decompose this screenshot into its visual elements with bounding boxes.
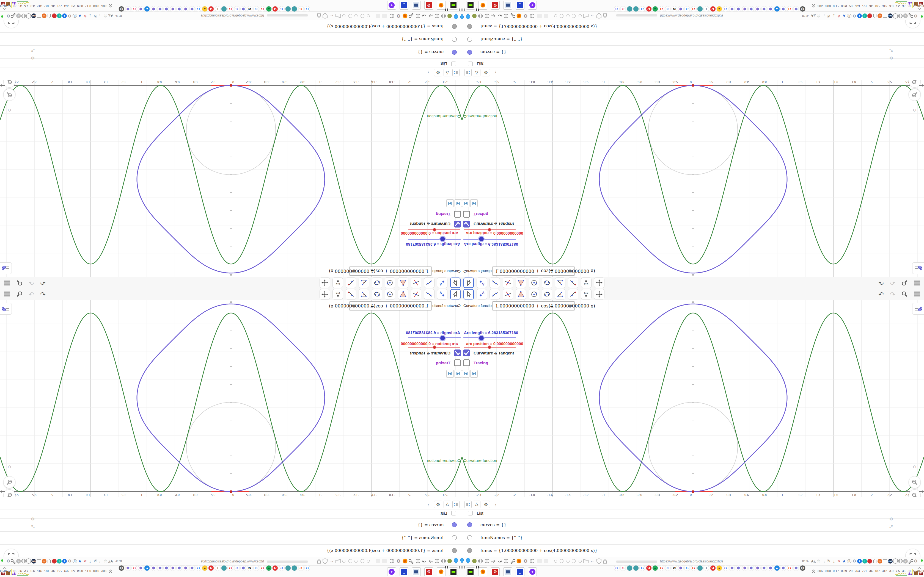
visibility-marble[interactable] xyxy=(467,50,472,55)
compass-icon[interactable]: ○ xyxy=(41,13,47,19)
window-favicon-g2[interactable]: G xyxy=(298,6,304,12)
fx-button[interactable]: fx xyxy=(444,501,451,508)
firefox-icon[interactable] xyxy=(402,558,408,564)
window-favicon-snow[interactable]: ✱ xyxy=(163,565,169,571)
window-favicon-dev[interactable]: ● xyxy=(266,6,272,12)
tool-perpendicular-line-button[interactable] xyxy=(568,277,578,288)
undo-icon[interactable]: ↶ xyxy=(878,291,884,298)
tool-angle-button[interactable]: α xyxy=(359,277,369,288)
curvature-tangent-checkbox[interactable] xyxy=(454,221,461,227)
uo-extension-icon[interactable]: uo xyxy=(31,558,37,564)
menu-icon[interactable] xyxy=(4,291,10,298)
arc-position-slider-handle[interactable] xyxy=(488,228,491,232)
shield-icon[interactable] xyxy=(893,13,898,19)
window-favicon-dev[interactable]: ● xyxy=(652,565,658,571)
window-favicon-g[interactable]: G xyxy=(304,6,310,12)
window-favicon-w[interactable]: W xyxy=(247,6,252,12)
olive-app-icon[interactable] xyxy=(447,13,452,19)
trash-icon[interactable] xyxy=(872,13,877,19)
translate-blue-icon[interactable]: A xyxy=(77,13,82,19)
algebra-row[interactable]: curves = {} xyxy=(0,45,462,58)
redo-icon[interactable]: ↷ xyxy=(890,291,895,298)
window-favicon-teal[interactable] xyxy=(697,6,703,12)
tracing-checkbox-label[interactable]: Tracing xyxy=(473,361,488,365)
uo-extension-icon[interactable]: uo xyxy=(31,13,37,19)
window-favicon-snow[interactable]: ✱ xyxy=(780,565,786,571)
highlighter-icon[interactable]: ✎ xyxy=(82,558,88,564)
window-favicon-g[interactable]: G xyxy=(279,6,284,12)
algebra-row[interactable]: curves = {} xyxy=(462,45,924,58)
window-favicon-snow[interactable]: ✱ xyxy=(748,565,754,571)
window-favicon-snow[interactable]: ✱ xyxy=(151,6,157,12)
function-dropdown[interactable]: 1.000000000000 + cos(4.000000000000 x) xyxy=(492,301,575,311)
tool-circle-with-center-button[interactable] xyxy=(385,289,396,300)
window-favicon-ya[interactable]: Я xyxy=(273,565,278,571)
radio-icon[interactable] xyxy=(366,13,371,19)
window-favicon-snow[interactable]: ✱ xyxy=(678,565,684,571)
window-favicon-snow[interactable]: ✱ xyxy=(736,6,741,12)
tool-conic-button[interactable] xyxy=(542,277,552,288)
window-favicon-snow[interactable]: ✱ xyxy=(176,6,182,12)
window-icon[interactable] xyxy=(882,13,888,19)
window-favicon-chat[interactable]: ● xyxy=(774,565,780,571)
panel-settings-icon[interactable]: ⚙ xyxy=(889,55,893,60)
search-icon[interactable] xyxy=(16,291,23,298)
tracing-checkbox-label[interactable]: Tracing xyxy=(436,212,451,216)
zoom-badge[interactable]: 81% xyxy=(115,14,122,18)
window-favicon-dev[interactable]: ● xyxy=(652,6,658,12)
gear-icon[interactable]: ⚙ xyxy=(67,13,72,19)
window-favicon-snow[interactable]: ✱ xyxy=(183,6,188,12)
tool-conic-button[interactable] xyxy=(542,289,552,300)
compass-icon[interactable]: ○ xyxy=(877,13,883,19)
radio-icon[interactable] xyxy=(354,13,359,19)
trash-icon[interactable] xyxy=(47,13,52,19)
window-favicon-snow[interactable]: ✱ xyxy=(189,6,195,12)
tool-circle-with-center-button[interactable] xyxy=(529,277,539,288)
thumb-icon[interactable]: ✓ xyxy=(903,13,908,19)
window-favicon-snow[interactable]: ✱ xyxy=(793,6,799,12)
window-favicon-snow[interactable]: ✱ xyxy=(755,565,761,571)
window-favicon-img[interactable]: ▲ xyxy=(716,565,722,571)
tool-point-button[interactable]: A xyxy=(437,289,448,300)
window-icon[interactable] xyxy=(36,558,42,564)
red-gear-launcher[interactable]: ⚙ xyxy=(424,567,433,576)
gauge-icon[interactable] xyxy=(428,558,433,564)
firefox-launcher[interactable] xyxy=(437,567,446,576)
collapse-button[interactable]: − xyxy=(468,511,473,516)
olive-app-icon[interactable] xyxy=(472,13,477,19)
globe-icon[interactable] xyxy=(529,13,535,19)
tool-slider-button[interactable]: a=2 xyxy=(333,277,343,288)
window-favicon-w[interactable]: W xyxy=(672,6,677,12)
window-favicon-g[interactable]: G xyxy=(614,565,620,571)
monitor-launcher[interactable] xyxy=(503,1,512,10)
gear-icon[interactable]: ⚙ xyxy=(913,13,919,19)
window-favicon-g[interactable]: G xyxy=(234,565,240,571)
settings-gear-button[interactable]: ⚙ xyxy=(434,69,442,76)
skip-to-start-button[interactable] xyxy=(462,200,469,207)
gear-icon[interactable]: ⚙ xyxy=(523,13,528,19)
kite-icon[interactable] xyxy=(465,558,471,564)
globe-icon[interactable] xyxy=(484,13,490,19)
window-favicon-snow[interactable]: ✱ xyxy=(138,565,144,571)
visibility-marble[interactable] xyxy=(467,535,472,540)
red-gear-launcher[interactable]: ⚙ xyxy=(491,567,500,576)
reload-icon[interactable]: ↻ xyxy=(826,558,832,564)
kite-icon[interactable] xyxy=(453,558,459,564)
shield-icon[interactable] xyxy=(26,13,31,19)
tool-circle-with-center-button[interactable] xyxy=(385,277,396,288)
radio-icon[interactable] xyxy=(577,558,583,564)
tool-intersect-button[interactable] xyxy=(411,289,422,300)
undo-icon[interactable]: ↶ xyxy=(40,279,46,286)
window-favicon-teal[interactable] xyxy=(291,565,297,571)
gear-icon[interactable]: ⚙ xyxy=(5,558,11,564)
wrench-icon[interactable] xyxy=(409,13,414,19)
tool-intersect-button[interactable] xyxy=(503,277,513,288)
drive-launcher[interactable] xyxy=(449,567,458,576)
radio-icon[interactable] xyxy=(559,13,564,19)
kite-icon[interactable] xyxy=(465,13,471,19)
radio-icon[interactable] xyxy=(360,558,365,564)
gauge-icon[interactable] xyxy=(421,558,427,564)
translate-blue-icon[interactable]: A xyxy=(842,558,847,564)
gear-icon[interactable]: ⚙ xyxy=(5,13,11,19)
window-favicon-ya[interactable]: Я xyxy=(646,565,652,571)
